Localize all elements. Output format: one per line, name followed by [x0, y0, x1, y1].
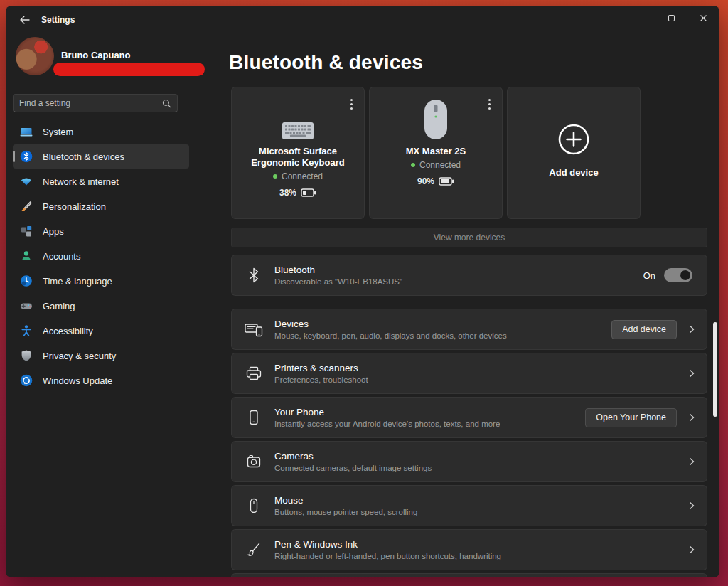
user-name: Bruno Capuano: [61, 50, 131, 60]
main-content: Bluetooth & devices: [229, 34, 708, 577]
close-icon: [700, 14, 707, 22]
battery-level: 90%: [417, 176, 454, 186]
close-button[interactable]: [687, 6, 719, 30]
chevron-right-icon: [687, 369, 697, 378]
battery-icon: [301, 188, 316, 197]
open-your-phone-button[interactable]: Open Your Phone: [585, 408, 677, 427]
more-options-icon[interactable]: [484, 95, 495, 114]
titlebar: Settings: [6, 6, 719, 34]
bluetooth-toggle-row[interactable]: Bluetooth Discoverable as "W10-EB18ASUS"…: [231, 255, 707, 296]
row-title: Pen & Windows Ink: [274, 539, 687, 550]
device-card-keyboard[interactable]: Microsoft Surface Ergonomic Keyboard Con…: [231, 87, 365, 219]
sidebar-item-label: Windows Update: [43, 375, 112, 386]
maximize-icon: [668, 14, 675, 22]
phone-icon: [245, 408, 263, 427]
chevron-right-icon: [687, 545, 697, 554]
sidebar-item-time-language[interactable]: Time & language: [13, 269, 189, 293]
chevron-right-icon: [687, 501, 697, 510]
email-redaction-pill: [53, 63, 205, 76]
add-device-button[interactable]: Add device: [611, 320, 677, 339]
view-more-devices-button[interactable]: View more devices: [231, 228, 707, 247]
sidebar-item-windows-update[interactable]: Windows Update: [13, 368, 189, 393]
system-icon: [20, 125, 33, 138]
chevron-right-icon: [687, 413, 697, 422]
camera-icon: [245, 452, 263, 471]
sidebar-item-apps[interactable]: Apps: [13, 219, 189, 243]
mouse-icon: [424, 87, 448, 140]
privacy-icon: [20, 349, 33, 362]
sidebar-item-label: Accounts: [43, 251, 80, 262]
windows-update-icon: [20, 374, 33, 387]
page-title: Bluetooth & devices: [229, 51, 423, 74]
sidebar-item-accounts[interactable]: Accounts: [13, 244, 189, 268]
settings-row-mouse[interactable]: Mouse Buttons, mouse pointer speed, scro…: [231, 485, 707, 526]
toggle-state-label: On: [643, 270, 655, 281]
sidebar-item-gaming[interactable]: Gaming: [13, 294, 189, 318]
keyboard-icon: [282, 87, 314, 140]
device-status: Connected: [411, 160, 461, 170]
sidebar-item-accessibility[interactable]: Accessibility: [13, 319, 189, 343]
accounts-icon: [20, 250, 33, 262]
devices-icon: [245, 320, 263, 339]
settings-row-devices[interactable]: Devices Mouse, keyboard, pen, audio, dis…: [231, 309, 707, 350]
row-subtitle: Preferences, troubleshoot: [274, 375, 687, 384]
back-button[interactable]: [13, 11, 36, 28]
row-subtitle: Instantly access your Android device's p…: [274, 420, 585, 428]
sidebar-nav: System Bluetooth & devices Network & int…: [11, 119, 191, 393]
printer-icon: [245, 364, 263, 383]
sidebar-item-label: System: [43, 127, 73, 137]
desktop-background: Settings Bruno Capuano: [0, 0, 728, 586]
pen-icon: [245, 540, 263, 559]
device-name: MX Master 2S: [399, 146, 473, 157]
device-card-mouse[interactable]: MX Master 2S Connected 90%: [369, 87, 503, 219]
battery-icon: [439, 177, 454, 186]
scrollbar-thumb[interactable]: [713, 322, 717, 417]
user-block[interactable]: Bruno Capuano: [11, 31, 191, 87]
row-subtitle: Discoverable as "W10-EB18ASUS": [274, 277, 643, 286]
apps-icon: [20, 225, 33, 238]
connected-dot-icon: [273, 174, 277, 179]
row-subtitle: Right-handed or left-handed, pen button …: [274, 552, 687, 560]
sidebar-item-privacy-security[interactable]: Privacy & security: [13, 343, 189, 368]
row-title: Printers & scanners: [274, 363, 687, 373]
settings-row-partial[interactable]: [231, 573, 707, 577]
device-name: Microsoft Surface Ergonomic Keyboard: [232, 146, 364, 169]
maximize-button[interactable]: [655, 6, 687, 30]
minimize-button[interactable]: [623, 6, 655, 30]
row-title: Devices: [274, 319, 611, 329]
device-status: Connected: [273, 171, 323, 181]
battery-level: 38%: [279, 188, 316, 198]
add-device-card[interactable]: Add device: [507, 87, 641, 219]
settings-row-printers-scanners[interactable]: Printers & scanners Preferences, trouble…: [231, 353, 707, 394]
settings-row-cameras[interactable]: Cameras Connected cameras, default image…: [231, 441, 707, 482]
sidebar-item-system[interactable]: System: [13, 119, 189, 144]
more-options-icon[interactable]: [346, 95, 357, 114]
avatar: [16, 37, 54, 75]
add-device-label: Add device: [549, 167, 598, 178]
mouse-outline-icon: [245, 496, 263, 515]
sidebar: Bruno Capuano System: [11, 31, 191, 393]
settings-row-your-phone[interactable]: Your Phone Instantly access your Android…: [231, 397, 707, 438]
minimize-icon: [636, 14, 643, 22]
window-controls: [623, 6, 719, 30]
gaming-icon: [20, 299, 33, 312]
window-title: Settings: [41, 15, 75, 25]
bluetooth-icon: [20, 150, 33, 163]
sidebar-item-label: Gaming: [43, 301, 75, 311]
search-box[interactable]: [13, 94, 178, 112]
bluetooth-toggle[interactable]: [664, 268, 692, 282]
search-icon: [162, 99, 171, 108]
settings-row-pen-windows-ink[interactable]: Pen & Windows Ink Right-handed or left-h…: [231, 529, 707, 570]
sidebar-item-network-internet[interactable]: Network & internet: [13, 169, 189, 193]
sidebar-item-bluetooth-devices[interactable]: Bluetooth & devices: [13, 144, 189, 169]
device-cards: Microsoft Surface Ergonomic Keyboard Con…: [231, 87, 641, 219]
chevron-right-icon: [687, 457, 697, 466]
sidebar-item-personalization[interactable]: Personalization: [13, 194, 189, 218]
row-title: Bluetooth: [274, 265, 643, 275]
back-arrow-icon: [21, 16, 29, 23]
sidebar-item-label: Personalization: [43, 201, 106, 212]
sidebar-item-label: Bluetooth & devices: [43, 151, 124, 162]
network-icon: [20, 175, 33, 188]
search-input[interactable]: [19, 98, 162, 108]
row-subtitle: Connected cameras, default image setting…: [274, 464, 687, 472]
